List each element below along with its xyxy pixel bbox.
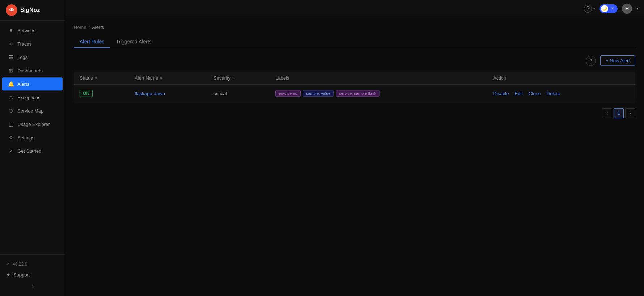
sidebar-item-label: Alerts (17, 81, 29, 87)
cell-severity: critical (208, 85, 270, 102)
table-header-row: Status ⇅ Alert Name ⇅ Severity ⇅ (74, 72, 635, 85)
sidebar-item-alerts[interactable]: 🔔 Alerts (2, 77, 63, 90)
sidebar-item-label: Service Map (17, 108, 43, 114)
sidebar-item-exceptions[interactable]: ⚠ Exceptions (2, 91, 63, 104)
tab-triggered-alerts[interactable]: Triggered Alerts (110, 36, 157, 48)
sidebar-item-settings[interactable]: ⚙ Settings (2, 131, 63, 144)
slack-icon: ✦ (6, 271, 10, 278)
sidebar-item-label: Usage Explorer (17, 122, 50, 127)
label-service: service: sample-flask (336, 90, 380, 97)
version-item: ✓ v0.22.0 (6, 259, 59, 269)
cell-alert-name: flaskapp-down (129, 85, 208, 102)
exceptions-icon: ⚠ (8, 94, 14, 100)
sidebar-collapse-button[interactable]: ‹ (6, 280, 59, 292)
collapse-icon: ‹ (31, 283, 33, 289)
help-icon: ? (584, 5, 592, 13)
col-alert-name: Alert Name ⇅ (129, 72, 208, 85)
cell-labels: env: demo sample: value service: sample-… (270, 85, 487, 102)
breadcrumb-home[interactable]: Home (74, 25, 86, 30)
theme-toggle[interactable]: 🌙 ☀ (599, 4, 618, 13)
toolbar: ? + New Alert (74, 55, 635, 66)
status-badge: OK (80, 90, 93, 97)
col-severity: Severity ⇅ (208, 72, 270, 85)
main-content: ? ▾ 🌙 ☀ H ▾ Home / Alerts Alert Rules Tr… (65, 0, 644, 296)
help-chevron: ▾ (593, 7, 595, 10)
sidebar-item-label: Dashboards (17, 68, 43, 73)
cell-action: Disable Edit Clone Delete (487, 85, 635, 102)
severity-value: critical (213, 91, 227, 96)
avatar-chevron[interactable]: ▾ (636, 7, 638, 10)
delete-button[interactable]: Delete (547, 91, 560, 96)
service-map-icon: ⬡ (8, 108, 14, 114)
sidebar: 👁 SigNoz ≡ Services ≋ Traces ☰ Logs ⊞ Da… (0, 0, 65, 296)
sidebar-item-label: Services (17, 28, 35, 33)
col-action: Action (487, 72, 635, 85)
moon-icon: 🌙 (601, 5, 608, 12)
get-started-icon: ↗ (8, 148, 14, 154)
avatar[interactable]: H (622, 4, 632, 14)
edit-button[interactable]: Edit (514, 91, 522, 96)
logo[interactable]: 👁 SigNoz (0, 0, 65, 21)
breadcrumb-separator: / (89, 25, 90, 30)
usage-explorer-icon: ◫ (8, 121, 14, 127)
pagination-next[interactable]: › (625, 108, 635, 118)
alerts-icon: 🔔 (8, 81, 14, 87)
support-item[interactable]: ✦ Support (6, 269, 59, 280)
table-row: OK flaskapp-down critical env: demo samp… (74, 85, 635, 102)
sidebar-nav: ≡ Services ≋ Traces ☰ Logs ⊞ Dashboards … (0, 21, 65, 254)
disable-button[interactable]: Disable (493, 91, 509, 96)
col-labels: Labels (270, 72, 487, 85)
breadcrumb-current: Alerts (92, 25, 104, 30)
sun-icon: ☀ (609, 5, 616, 12)
col-status: Status ⇅ (74, 72, 129, 85)
avatar-letter: H (626, 6, 629, 11)
sidebar-item-label: Logs (17, 55, 27, 60)
alerts-table: Status ⇅ Alert Name ⇅ Severity ⇅ (74, 72, 635, 102)
label-sample: sample: value (303, 90, 334, 97)
labels-container: env: demo sample: value service: sample-… (275, 90, 482, 97)
cell-status: OK (74, 85, 129, 102)
sidebar-footer: ✓ v0.22.0 ✦ Support ‹ (0, 254, 65, 296)
support-label: Support (13, 272, 30, 278)
page-content: Home / Alerts Alert Rules Triggered Aler… (65, 17, 644, 296)
sort-status-icon[interactable]: ⇅ (94, 76, 97, 80)
clone-button[interactable]: Clone (529, 91, 541, 96)
sidebar-item-get-started[interactable]: ↗ Get Started (2, 144, 63, 157)
tab-alert-rules[interactable]: Alert Rules (74, 36, 110, 48)
pagination: ‹ 1 › (74, 108, 635, 118)
pagination-page-1[interactable]: 1 (614, 108, 624, 118)
label-env: env: demo (275, 90, 300, 97)
sidebar-item-dashboards[interactable]: ⊞ Dashboards (2, 64, 63, 77)
action-buttons: Disable Edit Clone Delete (493, 91, 630, 96)
sort-alertname-icon[interactable]: ⇅ (160, 76, 162, 80)
sidebar-item-label: Settings (17, 135, 34, 140)
sidebar-item-label: Traces (17, 41, 31, 47)
topbar: ? ▾ 🌙 ☀ H ▾ (65, 0, 644, 17)
logo-icon: 👁 (6, 4, 17, 16)
sidebar-item-logs[interactable]: ☰ Logs (2, 51, 63, 64)
sidebar-item-label: Exceptions (17, 95, 41, 100)
new-alert-button[interactable]: + New Alert (600, 55, 635, 66)
logo-text: SigNoz (20, 7, 40, 13)
breadcrumb: Home / Alerts (74, 25, 635, 30)
sidebar-item-service-map[interactable]: ⬡ Service Map (2, 104, 63, 117)
help-button[interactable]: ? ▾ (584, 5, 595, 13)
sidebar-item-services[interactable]: ≡ Services (2, 24, 63, 37)
settings-icon: ⚙ (8, 135, 14, 140)
traces-icon: ≋ (8, 41, 14, 47)
sort-severity-icon[interactable]: ⇅ (232, 76, 235, 80)
dashboards-icon: ⊞ (8, 68, 14, 73)
sidebar-item-label: Get Started (17, 148, 41, 154)
sidebar-item-traces[interactable]: ≋ Traces (2, 37, 63, 50)
version-text: v0.22.0 (13, 262, 27, 267)
sidebar-item-usage-explorer[interactable]: ◫ Usage Explorer (2, 118, 63, 131)
alert-name-link[interactable]: flaskapp-down (135, 91, 165, 96)
version-check-icon: ✓ (6, 261, 10, 267)
inline-help-button[interactable]: ? (586, 56, 596, 66)
page-tabs: Alert Rules Triggered Alerts (74, 36, 635, 48)
logs-icon: ☰ (8, 54, 14, 60)
services-icon: ≡ (8, 28, 14, 33)
pagination-prev[interactable]: ‹ (602, 108, 612, 118)
